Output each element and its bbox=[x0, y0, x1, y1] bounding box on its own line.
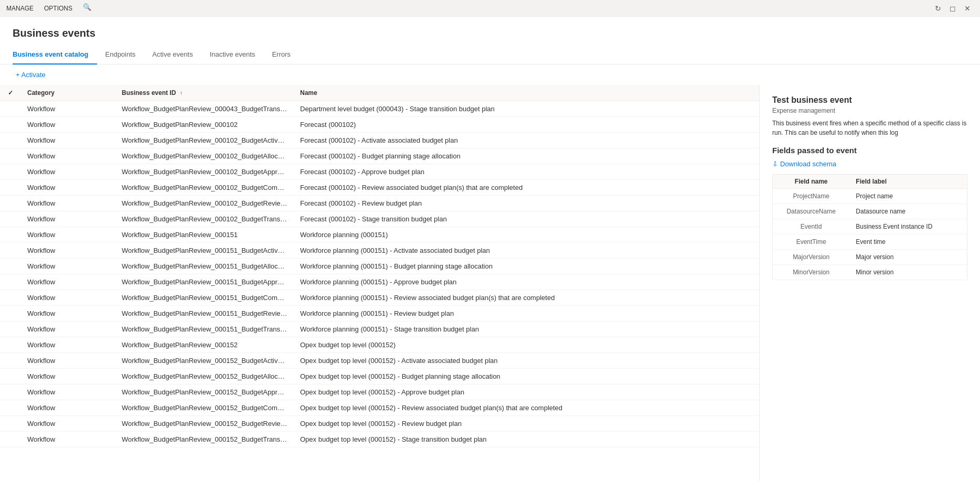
table-row[interactable]: Workflow Workflow_BudgetPlanReview_00015… bbox=[0, 227, 759, 243]
row-name: Workforce planning (000151) - Review bud… bbox=[294, 306, 759, 322]
row-name: Opex budget top level (000152) - Review … bbox=[294, 416, 759, 432]
table-row[interactable]: Workflow Workflow_BudgetPlanReview_00010… bbox=[0, 196, 759, 211]
row-name: Forecast (000102) - Stage transition bud… bbox=[294, 211, 759, 227]
field-name: EventTime bbox=[773, 234, 850, 250]
table-row[interactable]: Workflow Workflow_BudgetPlanReview_00015… bbox=[0, 416, 759, 432]
row-check bbox=[0, 243, 21, 259]
row-check bbox=[0, 227, 21, 243]
fields-table-row: MajorVersion Major version bbox=[773, 250, 967, 265]
close-icon[interactable]: ✕ bbox=[961, 4, 974, 13]
col-check[interactable]: ✓ bbox=[0, 85, 21, 101]
row-name: Forecast (000102) bbox=[294, 117, 759, 133]
row-category: Workflow bbox=[21, 353, 115, 369]
table-row[interactable]: Workflow Workflow_BudgetPlanReview_00015… bbox=[0, 306, 759, 322]
row-category: Workflow bbox=[21, 274, 115, 290]
toolbar: + Activate bbox=[0, 65, 980, 85]
row-name: Opex budget top level (000152) - Approve… bbox=[294, 384, 759, 400]
row-business-event-id: Workflow_BudgetPlanReview_000102_BudgetR… bbox=[115, 196, 294, 211]
row-category: Workflow bbox=[21, 227, 115, 243]
row-category: Workflow bbox=[21, 384, 115, 400]
row-category: Workflow bbox=[21, 211, 115, 227]
table-row[interactable]: Workflow Workflow_BudgetPlanReview_00015… bbox=[0, 400, 759, 416]
row-check bbox=[0, 353, 21, 369]
row-category: Workflow bbox=[21, 243, 115, 259]
field-label: Event time bbox=[849, 234, 967, 250]
row-category: Workflow bbox=[21, 306, 115, 322]
tab-errors[interactable]: Errors bbox=[272, 46, 299, 65]
table-row[interactable]: Workflow Workflow_BudgetPlanReview_00010… bbox=[0, 211, 759, 227]
row-name: Forecast (000102) - Budget planning stag… bbox=[294, 148, 759, 164]
col-name[interactable]: Name bbox=[294, 85, 759, 101]
row-business-event-id: Workflow_BudgetPlanReview_000151_BudgetR… bbox=[115, 306, 294, 322]
row-check bbox=[0, 148, 21, 164]
row-category: Workflow bbox=[21, 369, 115, 384]
row-name: Workforce planning (000151) - Review ass… bbox=[294, 290, 759, 306]
table-container[interactable]: ✓ Category Business event ID ↑ Name Work… bbox=[0, 85, 759, 481]
table-row[interactable]: Workflow Workflow_BudgetPlanReview_00004… bbox=[0, 101, 759, 117]
row-check bbox=[0, 211, 21, 227]
col-category[interactable]: Category bbox=[21, 85, 115, 101]
row-name: Workforce planning (000151) - Budget pla… bbox=[294, 259, 759, 274]
row-business-event-id: Workflow_BudgetPlanReview_000151 bbox=[115, 227, 294, 243]
table-row[interactable]: Workflow Workflow_BudgetPlanReview_00015… bbox=[0, 384, 759, 400]
restore-icon[interactable]: ◻ bbox=[946, 4, 959, 13]
table-row[interactable]: Workflow Workflow_BudgetPlanReview_00015… bbox=[0, 369, 759, 384]
table-row[interactable]: Workflow Workflow_BudgetPlanReview_00010… bbox=[0, 133, 759, 148]
tab-inactive-events[interactable]: Inactive events bbox=[210, 46, 264, 65]
row-check bbox=[0, 400, 21, 416]
activate-button[interactable]: + Activate bbox=[13, 69, 49, 81]
table-row[interactable]: Workflow Workflow_BudgetPlanReview_00015… bbox=[0, 274, 759, 290]
table-row[interactable]: Workflow Workflow_BudgetPlanReview_00015… bbox=[0, 290, 759, 306]
field-label: Minor version bbox=[849, 265, 967, 280]
download-schema-link[interactable]: ⇩ Download schema bbox=[772, 160, 967, 168]
row-category: Workflow bbox=[21, 164, 115, 180]
col-business-event-id[interactable]: Business event ID ↑ bbox=[115, 85, 294, 101]
row-business-event-id: Workflow_BudgetPlanReview_000151_BudgetT… bbox=[115, 322, 294, 337]
row-category: Workflow bbox=[21, 101, 115, 117]
field-name: ProjectName bbox=[773, 189, 850, 204]
table-row[interactable]: Workflow Workflow_BudgetPlanReview_00015… bbox=[0, 337, 759, 353]
fields-table-row: MinorVersion Minor version bbox=[773, 265, 967, 280]
options-menu[interactable]: OPTIONS bbox=[44, 5, 72, 12]
row-business-event-id: Workflow_BudgetPlanReview_000151_BudgetC… bbox=[115, 290, 294, 306]
row-business-event-id: Workflow_BudgetPlanReview_000152_BudgetA… bbox=[115, 384, 294, 400]
row-category: Workflow bbox=[21, 196, 115, 211]
row-business-event-id: Workflow_BudgetPlanReview_000152_BudgetA… bbox=[115, 369, 294, 384]
table-row[interactable]: Workflow Workflow_BudgetPlanReview_00015… bbox=[0, 322, 759, 337]
manage-menu[interactable]: MANAGE bbox=[6, 5, 34, 12]
row-check bbox=[0, 101, 21, 117]
table-section: ✓ Category Business event ID ↑ Name Work… bbox=[0, 85, 760, 481]
row-category: Workflow bbox=[21, 133, 115, 148]
row-check bbox=[0, 432, 21, 447]
tab-active-events[interactable]: Active events bbox=[152, 46, 201, 65]
tab-endpoints[interactable]: Endpoints bbox=[105, 46, 144, 65]
table-row[interactable]: Workflow Workflow_BudgetPlanReview_00010… bbox=[0, 148, 759, 164]
table-row[interactable]: Workflow Workflow_BudgetPlanReview_00010… bbox=[0, 180, 759, 196]
table-row[interactable]: Workflow Workflow_BudgetPlanReview_00010… bbox=[0, 117, 759, 133]
table-row[interactable]: Workflow Workflow_BudgetPlanReview_00015… bbox=[0, 432, 759, 447]
row-business-event-id: Workflow_BudgetPlanReview_000102_BudgetA… bbox=[115, 148, 294, 164]
table-row[interactable]: Workflow Workflow_BudgetPlanReview_00015… bbox=[0, 353, 759, 369]
search-icon[interactable]: 🔍 bbox=[83, 3, 93, 14]
row-name: Forecast (000102) - Approve budget plan bbox=[294, 164, 759, 180]
row-business-event-id: Workflow_BudgetPlanReview_000102_BudgetC… bbox=[115, 180, 294, 196]
field-label: Datasource name bbox=[849, 204, 967, 219]
page-header: Business events bbox=[0, 17, 980, 46]
table-row[interactable]: Workflow Workflow_BudgetPlanReview_00010… bbox=[0, 164, 759, 180]
row-business-event-id: Workflow_BudgetPlanReview_000152_BudgetA… bbox=[115, 353, 294, 369]
row-check bbox=[0, 274, 21, 290]
table-row[interactable]: Workflow Workflow_BudgetPlanReview_00015… bbox=[0, 259, 759, 274]
table-row[interactable]: Workflow Workflow_BudgetPlanReview_00015… bbox=[0, 243, 759, 259]
tab-business-event-catalog[interactable]: Business event catalog bbox=[13, 46, 97, 65]
fields-col-name: Field name bbox=[773, 175, 850, 189]
row-check bbox=[0, 337, 21, 353]
side-panel: Test business event Expense management T… bbox=[760, 85, 980, 481]
row-check bbox=[0, 290, 21, 306]
row-name: Opex budget top level (000152) - Stage t… bbox=[294, 432, 759, 447]
row-category: Workflow bbox=[21, 400, 115, 416]
panel-title: Test business event bbox=[772, 95, 967, 105]
row-name: Opex budget top level (000152) - Activat… bbox=[294, 353, 759, 369]
row-name: Forecast (000102) - Review budget plan bbox=[294, 196, 759, 211]
refresh-icon[interactable]: ↻ bbox=[932, 4, 944, 13]
row-business-event-id: Workflow_BudgetPlanReview_000152_BudgetR… bbox=[115, 416, 294, 432]
